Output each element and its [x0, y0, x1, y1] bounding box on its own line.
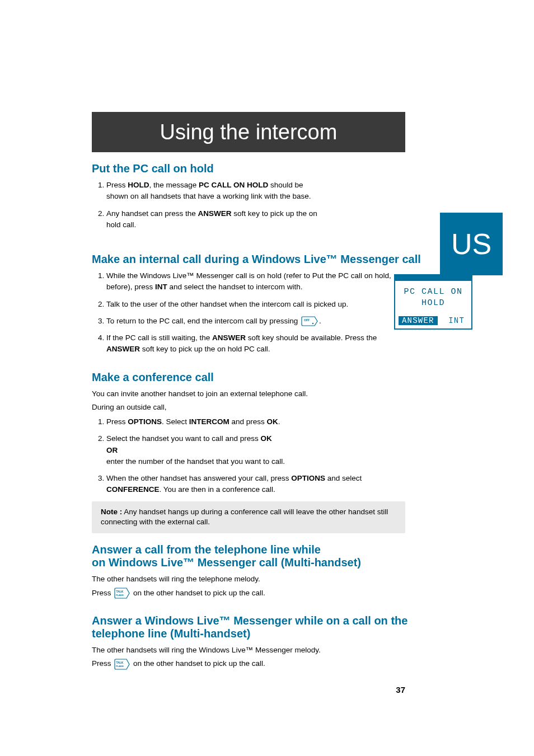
text-bold: OK — [267, 417, 278, 426]
phone-screen: PC CALL ON HOLD ANSWER INT — [394, 274, 472, 330]
list-item: If the PC call is still waiting, the ANS… — [106, 332, 405, 355]
text: soft key to pick up the on hold PC call. — [140, 345, 270, 353]
list-item: When the other handset has answered your… — [106, 473, 405, 496]
svg-text:TALK: TALK — [116, 661, 124, 664]
svg-text:TALK: TALK — [116, 590, 124, 593]
text: . — [319, 317, 321, 325]
answer-tel-body2: Press TALK FLASH on the other handset to… — [92, 588, 405, 599]
text: , the message — [149, 181, 199, 189]
talk-key-icon: TALK FLASH — [114, 588, 130, 599]
phone-line2: HOLD — [395, 298, 471, 309]
section-heading-answer-tel-l2: on Windows Live™ Messenger call (Multi-h… — [92, 556, 405, 569]
list-item: Press OPTIONS. Select INTERCOM and press… — [106, 416, 405, 428]
note-text: Any handset hangs up during a conference… — [101, 508, 388, 527]
softkey-int: INT — [445, 316, 468, 325]
text-bold: OPTIONS — [128, 417, 162, 426]
talk-key-icon: TALK FLASH — [114, 659, 130, 670]
text: and select — [325, 474, 362, 482]
text-bold: OK — [260, 434, 271, 443]
answer-wlm-body2: Press TALK FLASH on the other handset to… — [92, 658, 405, 669]
text-bold: PC CALL ON HOLD — [199, 181, 268, 189]
conference-steps: Press OPTIONS. Select INTERCOM and press… — [92, 416, 405, 496]
text-bold: ANSWER — [106, 345, 140, 353]
text: If the PC call is still waiting, the — [106, 334, 212, 342]
internal-steps: While the Windows Live™ Messenger call i… — [92, 270, 405, 355]
note-box: Note : Any handset hangs up during a con… — [92, 501, 405, 534]
text-bold: INT — [155, 283, 167, 291]
page-number: 37 — [396, 685, 405, 694]
text: Press — [92, 589, 113, 597]
conference-intro1: You can invite another handset to join a… — [92, 388, 405, 400]
phone-line1: PC CALL ON — [395, 287, 471, 298]
text-bold: OPTIONS — [291, 474, 325, 482]
text: soft key should be available. Press the — [246, 334, 377, 342]
text: . You are then in a conference call. — [160, 485, 275, 494]
section-heading-internal: Make an internal call during a Windows L… — [92, 253, 444, 266]
text: and select the handset to intercom with. — [167, 283, 303, 291]
svg-text:FLASH: FLASH — [116, 594, 124, 597]
section-heading-answer-tel-l1: Answer a call from the telephone line wh… — [92, 543, 405, 556]
text: When the other handset has answered your… — [106, 474, 291, 482]
answer-wlm-body1: The other handsets will ring the Windows… — [92, 645, 405, 656]
section-heading-answer-wlm-l1: Answer a Windows Live™ Messenger while o… — [92, 614, 439, 627]
text-bold: OR — [106, 446, 118, 454]
text: Press — [106, 417, 128, 426]
section-heading-hold: Put the PC call on hold — [92, 162, 405, 175]
text: on the other handset to pick up the call… — [131, 589, 265, 597]
text-bold: ANSWER — [198, 209, 232, 218]
text: enter the number of the handset that you… — [106, 457, 285, 466]
hold-steps: Press HOLD, the message PC CALL ON HOLD … — [92, 180, 325, 231]
phone-screen-text: PC CALL ON HOLD — [395, 281, 471, 316]
text: on the other handset to pick up the call… — [131, 659, 265, 668]
section-heading-conference: Make a conference call — [92, 371, 405, 384]
text-bold: INTERCOM — [189, 417, 229, 426]
section-heading-answer-wlm-l2: telephone line (Multi-handset) — [92, 627, 405, 640]
svg-text:OFF: OFF — [304, 318, 310, 322]
list-item: Any handset can press the ANSWER soft ke… — [106, 208, 325, 231]
text-bold: CONFERENCE — [106, 485, 160, 494]
text: Talk to the user of the other handset wh… — [106, 300, 348, 308]
text: Press — [106, 181, 128, 189]
list-item: Select the handset you want to call and … — [106, 433, 405, 467]
list-item: While the Windows Live™ Messenger call i… — [106, 270, 405, 293]
country-badge: US — [440, 213, 503, 275]
text: . — [278, 417, 280, 426]
text: Press — [92, 659, 113, 668]
page-title: Using the intercom — [92, 112, 405, 152]
text: and press — [229, 417, 267, 426]
text: Any handset can press the — [106, 209, 198, 218]
text: Select the handset you want to call and … — [106, 434, 260, 443]
phone-screen-topbar — [395, 275, 471, 281]
svg-point-1 — [312, 323, 313, 324]
text: . Select — [162, 417, 189, 426]
conference-intro2: During an outside call, — [92, 402, 405, 413]
svg-text:FLASH: FLASH — [116, 665, 124, 668]
text: To return to the PC call, end the interc… — [106, 317, 300, 325]
softkey-answer: ANSWER — [399, 316, 438, 325]
list-item: Talk to the user of the other handset wh… — [106, 299, 405, 310]
text-bold: ANSWER — [212, 334, 246, 342]
list-item: Press HOLD, the message PC CALL ON HOLD … — [106, 180, 325, 203]
text-bold: HOLD — [128, 181, 149, 189]
note-label: Note : — [101, 508, 122, 516]
off-key-icon: OFF — [301, 316, 318, 326]
answer-tel-body1: The other handsets will ring the telepho… — [92, 574, 405, 585]
list-item: To return to the PC call, end the interc… — [106, 316, 405, 327]
